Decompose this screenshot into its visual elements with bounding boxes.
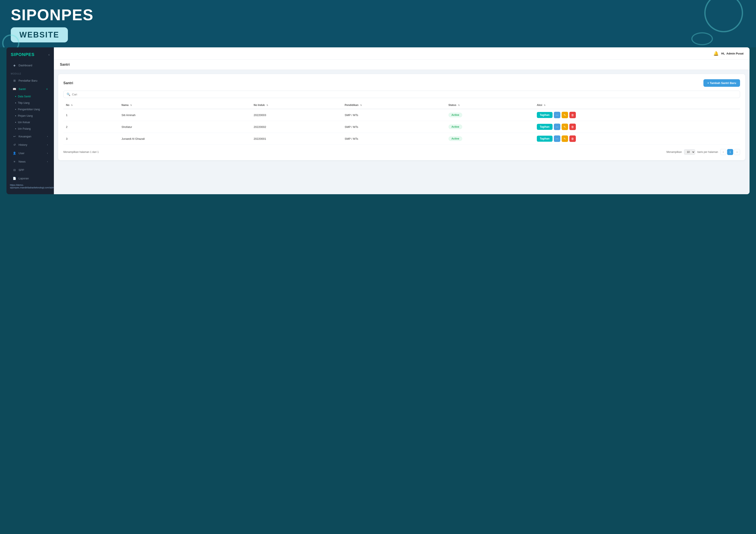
santri-card: Santri + Tambah Santri Baru 🔍 No ⇅ (58, 74, 745, 160)
tagihan-button[interactable]: Tagihan (537, 112, 553, 118)
cell-pendidikan: SMP / MTs (342, 133, 446, 145)
sidebar-submenu-pinjam-uang[interactable]: Pinjam Uang (9, 113, 54, 119)
page-buttons: ‹ 1 › (720, 149, 740, 155)
chevron-down-icon: ∨ (46, 88, 48, 90)
clock-icon: ↺ (13, 143, 16, 147)
edit-button[interactable]: ✎ (562, 112, 568, 118)
delete-button[interactable]: 🗑 (569, 124, 576, 130)
pagination-info: Menampilkan halaman 1 dari 1 (63, 150, 99, 154)
page-next-button[interactable]: › (734, 149, 740, 155)
col-nama: Nama ⇅ (119, 101, 251, 109)
sidebar-item-news-label: News (18, 160, 26, 163)
cell-no-induk: 20220001 (251, 133, 342, 145)
edit-button[interactable]: ✎ (562, 136, 568, 142)
list-icon: ≡ (13, 160, 16, 164)
sidebar-item-news[interactable]: ≡ News › (8, 157, 52, 165)
sidebar-submenu-pengambilan-uang[interactable]: Pengambilan Uang (9, 106, 54, 113)
sidebar-logo-area: SIPONPES ‹ (7, 47, 54, 61)
sidebar-item-spp[interactable]: ⊟ SPP (8, 166, 52, 174)
sort-icon-nama: ⇅ (130, 104, 132, 106)
sidebar: SIPONPES ‹ ◆ Dashboard MODULE ⊞ Pendafta… (7, 47, 54, 194)
sidebar-module-label: MODULE (7, 69, 54, 76)
sidebar-item-santri-label: Santri (18, 88, 26, 91)
view-button[interactable]: ⋯ (554, 112, 560, 118)
sidebar-submenu-data-santri-label: Data Santri (18, 95, 31, 98)
cell-nama: Siti Aminah (119, 109, 251, 121)
cell-status: Active (446, 121, 534, 133)
status-badge: Active (448, 113, 462, 117)
per-page-select[interactable]: 10 25 50 (684, 149, 695, 155)
cell-nama: Junaedi Al Ghazali (119, 133, 251, 145)
page-prev-button[interactable]: ‹ (720, 149, 726, 155)
sidebar-item-history[interactable]: ↺ History › (8, 140, 52, 149)
table-header-row: No ⇅ Nama ⇅ No Induk ⇅ Pendidikan ⇅ Stat… (63, 101, 740, 109)
sidebar-logo-text: SIPONPES (11, 52, 35, 57)
sidebar-submenu-titip-uang[interactable]: Titip Uang (9, 100, 54, 106)
search-row: 🔍 (63, 91, 740, 98)
action-buttons: Tagihan ⋯ ✎ 🗑 (537, 136, 738, 142)
cell-no: 3 (63, 133, 119, 145)
action-buttons: Tagihan ⋯ ✎ 🗑 (537, 112, 738, 118)
col-no: No ⇅ (63, 101, 119, 109)
col-aksi: Aksi ⇅ (534, 101, 740, 109)
topbar-greeting-prefix: Hi, (721, 52, 725, 55)
sidebar-item-laporan-label: Laporan (18, 177, 29, 180)
status-badge: Active (448, 136, 462, 141)
delete-button[interactable]: 🗑 (569, 136, 576, 142)
col-pendidikan: Pendidikan ⇅ (342, 101, 446, 109)
grid2-icon: ⊟ (13, 168, 16, 172)
main-content: 🔔 Hi, Admin Pusat Santri Santri + Tambah… (54, 47, 749, 194)
pagination-per-page-label: baris per halaman (697, 150, 718, 154)
sidebar-item-user[interactable]: 👤 User › (8, 149, 52, 157)
sidebar-item-pendaftar-baru[interactable]: ⊞ Pendaftar Baru (8, 76, 52, 85)
cell-aksi: Tagihan ⋯ ✎ 🗑 (534, 121, 740, 133)
topbar-right: 🔔 Hi, Admin Pusat (713, 51, 743, 56)
sidebar-item-laporan[interactable]: 📄 Laporan (8, 174, 52, 182)
tagihan-button[interactable]: Tagihan (537, 136, 553, 142)
book-icon: 📖 (13, 87, 16, 91)
sidebar-submenu-pinjam-uang-label: Pinjam Uang (18, 114, 33, 117)
delete-button[interactable]: 🗑 (569, 112, 576, 118)
view-button[interactable]: ⋯ (554, 136, 560, 142)
sidebar-submenu-data-santri[interactable]: Data Santri (9, 93, 54, 100)
grid-icon: ⊞ (13, 79, 16, 83)
santri-submenu: Data Santri Titip Uang Pengambilan Uang … (7, 93, 54, 132)
sidebar-submenu-izin-pulang-label: Izin Pulang (18, 127, 31, 130)
cell-no: 1 (63, 109, 119, 121)
sort-icon-no: ⇅ (71, 104, 73, 106)
sort-icon-status: ⇅ (458, 104, 460, 106)
sort-icon-aksi: ⇅ (544, 104, 546, 106)
cell-aksi: Tagihan ⋯ ✎ 🗑 (534, 109, 740, 121)
sidebar-item-user-label: User (18, 152, 24, 155)
hero-subtitle-box: WEBSITE (11, 27, 68, 42)
sidebar-item-keuangan[interactable]: ↩ Keuangan › (8, 132, 52, 140)
view-button[interactable]: ⋯ (554, 124, 560, 130)
tagihan-button[interactable]: Tagihan (537, 124, 553, 130)
table-body: 1 Siti Aminah 20220003 SMP / MTs Active … (63, 109, 740, 145)
cell-pendidikan: SMP / MTs (342, 109, 446, 121)
sidebar-submenu-izin-pulang[interactable]: Izin Pulang (9, 126, 54, 132)
bell-icon[interactable]: 🔔 (713, 51, 719, 56)
sidebar-collapse-button[interactable]: ‹ (48, 53, 50, 57)
pagination-showing-label: Menampilkan (666, 150, 682, 154)
hero-section: SIPONPES WEBSITE (0, 0, 756, 47)
sidebar-item-spp-label: SPP (18, 168, 24, 172)
cell-aksi: Tagihan ⋯ ✎ 🗑 (534, 133, 740, 145)
topbar-greeting: Hi, Admin Pusat (721, 52, 743, 55)
cell-status: Active (446, 133, 534, 145)
add-santri-button[interactable]: + Tambah Santri Baru (703, 79, 740, 87)
hero-decoration-circle-1 (704, 0, 743, 32)
sidebar-item-santri[interactable]: 📖 Santri ∨ (8, 85, 52, 93)
page-header: Santri (54, 60, 749, 70)
sidebar-submenu-izin-keluar[interactable]: Izin Keluar (9, 119, 54, 126)
col-status: Status ⇅ (446, 101, 534, 109)
arrow-in-icon: ↩ (13, 134, 16, 138)
page-1-button[interactable]: 1 (727, 149, 733, 155)
sidebar-item-dashboard[interactable]: ◆ Dashboard (8, 61, 52, 69)
edit-button[interactable]: ✎ (562, 124, 568, 130)
search-input[interactable] (72, 93, 737, 96)
chevron-right-icon: › (47, 135, 48, 138)
pagination-right: Menampilkan 10 25 50 baris per halaman ‹… (666, 149, 740, 155)
action-buttons: Tagihan ⋯ ✎ 🗑 (537, 124, 738, 130)
sort-icon-pendidikan: ⇅ (360, 104, 362, 106)
